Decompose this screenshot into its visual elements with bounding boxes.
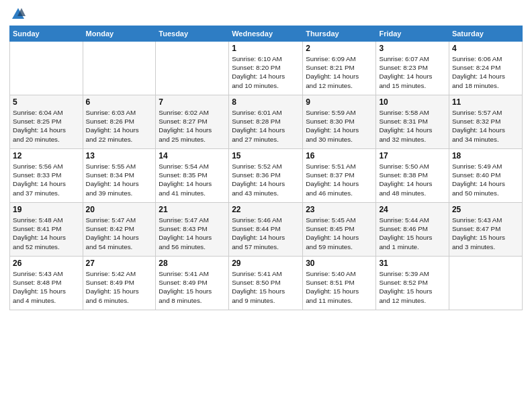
calendar-table: SundayMondayTuesdayWednesdayThursdayFrid… [9, 26, 523, 310]
day-of-week-header: Tuesday [156, 26, 229, 42]
calendar-cell: 10Sunrise: 5:58 AM Sunset: 8:31 PM Dayli… [376, 95, 449, 149]
calendar-cell: 22Sunrise: 5:46 AM Sunset: 8:44 PM Dayli… [229, 203, 303, 257]
calendar-cell: 28Sunrise: 5:41 AM Sunset: 8:49 PM Dayli… [156, 257, 229, 310]
calendar-week-row: 26Sunrise: 5:43 AM Sunset: 8:48 PM Dayli… [10, 257, 523, 310]
day-info: Sunrise: 6:03 AM Sunset: 8:26 PM Dayligh… [86, 108, 153, 144]
day-number: 25 [452, 205, 519, 214]
calendar-header-row: SundayMondayTuesdayWednesdayThursdayFrid… [10, 26, 523, 42]
calendar-week-row: 19Sunrise: 5:48 AM Sunset: 8:41 PM Dayli… [10, 203, 523, 257]
day-info: Sunrise: 6:07 AM Sunset: 8:23 PM Dayligh… [379, 54, 445, 90]
calendar-cell: 29Sunrise: 5:41 AM Sunset: 8:50 PM Dayli… [229, 257, 303, 310]
day-number: 22 [232, 205, 300, 214]
day-info: Sunrise: 5:47 AM Sunset: 8:42 PM Dayligh… [86, 216, 153, 251]
day-of-week-header: Saturday [449, 26, 522, 42]
day-info: Sunrise: 6:09 AM Sunset: 8:21 PM Dayligh… [306, 54, 373, 90]
calendar-cell: 11Sunrise: 5:57 AM Sunset: 8:32 PM Dayli… [449, 95, 522, 149]
day-of-week-header: Friday [376, 26, 449, 42]
day-info: Sunrise: 6:04 AM Sunset: 8:25 PM Dayligh… [13, 108, 80, 144]
day-number: 15 [232, 151, 300, 161]
day-number: 17 [379, 151, 445, 161]
day-number: 12 [13, 151, 80, 161]
day-number: 16 [306, 151, 373, 161]
day-info: Sunrise: 5:40 AM Sunset: 8:51 PM Dayligh… [306, 269, 373, 305]
day-number: 6 [86, 97, 153, 107]
day-info: Sunrise: 5:45 AM Sunset: 8:45 PM Dayligh… [306, 216, 373, 251]
day-info: Sunrise: 5:49 AM Sunset: 8:40 PM Dayligh… [452, 162, 519, 197]
day-info: Sunrise: 6:06 AM Sunset: 8:24 PM Dayligh… [452, 54, 519, 90]
day-info: Sunrise: 5:43 AM Sunset: 8:47 PM Dayligh… [452, 216, 519, 251]
day-info: Sunrise: 5:43 AM Sunset: 8:48 PM Dayligh… [13, 269, 80, 305]
day-number: 11 [452, 97, 519, 107]
day-number: 23 [306, 205, 373, 214]
day-number: 2 [306, 44, 373, 53]
calendar-cell: 17Sunrise: 5:50 AM Sunset: 8:38 PM Dayli… [376, 149, 449, 203]
calendar-cell: 9Sunrise: 5:59 AM Sunset: 8:30 PM Daylig… [303, 95, 376, 149]
day-number: 9 [306, 97, 373, 107]
day-info: Sunrise: 5:47 AM Sunset: 8:43 PM Dayligh… [159, 216, 226, 251]
day-info: Sunrise: 5:50 AM Sunset: 8:38 PM Dayligh… [379, 162, 445, 197]
day-of-week-header: Wednesday [229, 26, 303, 42]
calendar-cell: 7Sunrise: 6:02 AM Sunset: 8:27 PM Daylig… [156, 95, 229, 149]
calendar-cell: 3Sunrise: 6:07 AM Sunset: 8:23 PM Daylig… [376, 42, 449, 95]
day-info: Sunrise: 5:57 AM Sunset: 8:32 PM Dayligh… [452, 108, 519, 144]
day-info: Sunrise: 6:01 AM Sunset: 8:28 PM Dayligh… [232, 108, 300, 144]
calendar-cell: 8Sunrise: 6:01 AM Sunset: 8:28 PM Daylig… [229, 95, 303, 149]
calendar-cell: 14Sunrise: 5:54 AM Sunset: 8:35 PM Dayli… [156, 149, 229, 203]
calendar-cell [83, 42, 156, 95]
day-number: 20 [86, 205, 153, 214]
day-number: 26 [13, 259, 80, 268]
calendar-cell: 31Sunrise: 5:39 AM Sunset: 8:52 PM Dayli… [376, 257, 449, 310]
calendar-cell: 1Sunrise: 6:10 AM Sunset: 8:20 PM Daylig… [229, 42, 303, 95]
day-number: 5 [13, 97, 80, 107]
calendar-cell [10, 42, 83, 95]
day-info: Sunrise: 5:41 AM Sunset: 8:49 PM Dayligh… [159, 269, 226, 305]
calendar-cell: 19Sunrise: 5:48 AM Sunset: 8:41 PM Dayli… [10, 203, 83, 257]
calendar-cell: 25Sunrise: 5:43 AM Sunset: 8:47 PM Dayli… [449, 203, 522, 257]
day-info: Sunrise: 5:46 AM Sunset: 8:44 PM Dayligh… [232, 216, 300, 251]
calendar-cell: 13Sunrise: 5:55 AM Sunset: 8:34 PM Dayli… [83, 149, 156, 203]
day-of-week-header: Monday [83, 26, 156, 42]
day-info: Sunrise: 5:56 AM Sunset: 8:33 PM Dayligh… [13, 162, 80, 197]
day-number: 1 [232, 44, 300, 53]
logo [9, 7, 26, 21]
day-number: 28 [159, 259, 226, 268]
day-number: 7 [159, 97, 226, 107]
calendar-cell: 20Sunrise: 5:47 AM Sunset: 8:42 PM Dayli… [83, 203, 156, 257]
day-number: 30 [306, 259, 373, 268]
calendar-cell: 26Sunrise: 5:43 AM Sunset: 8:48 PM Dayli… [10, 257, 83, 310]
day-number: 29 [232, 259, 300, 268]
day-number: 13 [86, 151, 153, 161]
day-info: Sunrise: 5:54 AM Sunset: 8:35 PM Dayligh… [159, 162, 226, 197]
calendar-cell: 4Sunrise: 6:06 AM Sunset: 8:24 PM Daylig… [449, 42, 522, 95]
calendar-cell: 24Sunrise: 5:44 AM Sunset: 8:46 PM Dayli… [376, 203, 449, 257]
calendar-cell: 16Sunrise: 5:51 AM Sunset: 8:37 PM Dayli… [303, 149, 376, 203]
day-number: 3 [379, 44, 445, 53]
calendar-week-row: 12Sunrise: 5:56 AM Sunset: 8:33 PM Dayli… [10, 149, 523, 203]
page: SundayMondayTuesdayWednesdayThursdayFrid… [0, 0, 532, 411]
header [9, 7, 523, 21]
day-info: Sunrise: 5:51 AM Sunset: 8:37 PM Dayligh… [306, 162, 373, 197]
day-info: Sunrise: 5:59 AM Sunset: 8:30 PM Dayligh… [306, 108, 373, 144]
day-info: Sunrise: 6:02 AM Sunset: 8:27 PM Dayligh… [159, 108, 226, 144]
day-info: Sunrise: 6:10 AM Sunset: 8:20 PM Dayligh… [232, 54, 300, 90]
calendar-cell: 30Sunrise: 5:40 AM Sunset: 8:51 PM Dayli… [303, 257, 376, 310]
day-number: 27 [86, 259, 153, 268]
day-number: 4 [452, 44, 519, 53]
day-info: Sunrise: 5:42 AM Sunset: 8:49 PM Dayligh… [86, 269, 153, 305]
calendar-cell: 27Sunrise: 5:42 AM Sunset: 8:49 PM Dayli… [83, 257, 156, 310]
day-number: 10 [379, 97, 445, 107]
day-info: Sunrise: 5:41 AM Sunset: 8:50 PM Dayligh… [232, 269, 300, 305]
day-number: 21 [159, 205, 226, 214]
calendar-cell: 21Sunrise: 5:47 AM Sunset: 8:43 PM Dayli… [156, 203, 229, 257]
day-number: 31 [379, 259, 445, 268]
day-info: Sunrise: 5:39 AM Sunset: 8:52 PM Dayligh… [379, 269, 445, 305]
logo-icon [11, 7, 26, 21]
calendar-cell: 5Sunrise: 6:04 AM Sunset: 8:25 PM Daylig… [10, 95, 83, 149]
calendar-week-row: 1Sunrise: 6:10 AM Sunset: 8:20 PM Daylig… [10, 42, 523, 95]
calendar-cell [156, 42, 229, 95]
day-info: Sunrise: 5:55 AM Sunset: 8:34 PM Dayligh… [86, 162, 153, 197]
day-info: Sunrise: 5:48 AM Sunset: 8:41 PM Dayligh… [13, 216, 80, 251]
day-number: 19 [13, 205, 80, 214]
calendar-cell: 12Sunrise: 5:56 AM Sunset: 8:33 PM Dayli… [10, 149, 83, 203]
calendar-cell: 23Sunrise: 5:45 AM Sunset: 8:45 PM Dayli… [303, 203, 376, 257]
